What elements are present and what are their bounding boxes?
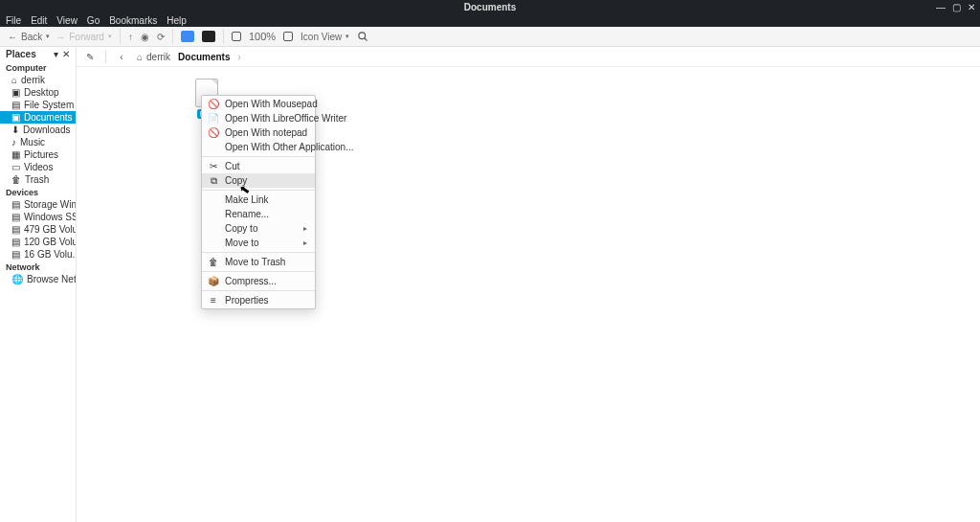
menu-rename[interactable]: Rename... xyxy=(202,207,315,221)
sidebar-item-desktop[interactable]: ▣Desktop xyxy=(0,86,76,99)
menu-cut[interactable]: ✂ Cut xyxy=(202,159,315,173)
sidebar-item-device[interactable]: ▤479 GB Volume xyxy=(0,223,76,236)
submenu-arrow-icon: ▸ xyxy=(303,224,307,233)
breadcrumb-home[interactable]: ⌂ derrik xyxy=(137,52,170,62)
home-button[interactable]: ◉ xyxy=(141,32,149,42)
parent-dir-button[interactable]: ↑ xyxy=(128,32,133,42)
menu-file[interactable]: File xyxy=(6,15,21,26)
download-icon: ⬇ xyxy=(11,125,19,135)
sidebar-title: Places xyxy=(6,49,36,59)
svg-point-0 xyxy=(359,33,366,39)
chevron-down-icon: ▾ xyxy=(345,33,349,40)
menu-go[interactable]: Go xyxy=(87,15,100,26)
menu-open-with-mousepad[interactable]: 🚫 Open With Mousepad xyxy=(202,97,315,111)
menu-open-with-notepad[interactable]: 🚫 Open With notepad xyxy=(202,125,315,140)
back-button[interactable]: ← Back ▾ xyxy=(8,32,50,42)
forward-label: Forward xyxy=(69,32,104,42)
sidebar-item-pictures[interactable]: ▦Pictures xyxy=(0,148,76,161)
menubar: File Edit View Go Bookmarks Help xyxy=(0,13,980,27)
sidebar-close-button[interactable]: ✕ xyxy=(62,49,70,59)
breadcrumb-current[interactable]: Documents xyxy=(178,52,230,62)
view-color1-button[interactable] xyxy=(181,31,194,42)
menu-compress[interactable]: 📦 Compress... xyxy=(202,274,315,288)
menu-properties[interactable]: ≡ Properties xyxy=(202,293,315,307)
video-icon: ▭ xyxy=(11,162,20,172)
pathbar-edit-button[interactable]: ✎ xyxy=(82,49,98,64)
sidebar-item-device[interactable]: ▤120 GB Volume xyxy=(0,236,76,248)
blocked-icon: 🚫 xyxy=(208,99,219,109)
desktop-icon: ▣ xyxy=(11,87,20,98)
arrow-up-icon: ↑ xyxy=(128,32,133,42)
sidebar-item-music[interactable]: ♪Music xyxy=(0,136,76,148)
view-mode-label: Icon View xyxy=(301,32,342,42)
pathbar-separator xyxy=(105,50,106,63)
window-maximize-button[interactable]: ▢ xyxy=(951,2,961,11)
document-icon: 📄 xyxy=(208,113,219,124)
search-button[interactable] xyxy=(357,31,368,42)
home-icon: ⌂ xyxy=(11,75,17,85)
zoom-level: 100% xyxy=(249,31,276,42)
toolbar-separator xyxy=(120,29,121,44)
copy-icon: ⧉ xyxy=(208,175,219,187)
sidebar-item-device[interactable]: ▤16 GB Volu...⏏ xyxy=(0,248,76,261)
forward-caret-icon[interactable]: ▾ xyxy=(108,33,112,40)
menu-move-to[interactable]: Move to▸ xyxy=(202,236,315,250)
sidebar-item-documents[interactable]: ▣Documents xyxy=(0,111,76,124)
sidebar-item-device[interactable]: ▤Storage Windows xyxy=(0,198,76,211)
cut-icon: ✂ xyxy=(208,161,219,171)
reload-button[interactable]: ⟳ xyxy=(157,32,165,42)
globe-icon: ◉ xyxy=(141,32,149,42)
menu-move-to-trash[interactable]: 🗑 Move to Trash xyxy=(202,255,315,269)
menu-edit[interactable]: Edit xyxy=(31,15,47,26)
trash-icon: 🗑 xyxy=(208,257,219,267)
drive-icon: ▤ xyxy=(11,199,20,210)
menu-bookmarks[interactable]: Bookmarks xyxy=(109,15,157,26)
picture-icon: ▦ xyxy=(11,149,20,160)
view-color2-button[interactable] xyxy=(202,31,215,42)
window-titlebar: Documents — ▢ ✕ xyxy=(0,0,980,13)
menu-help[interactable]: Help xyxy=(167,15,187,26)
menu-open-with-other[interactable]: Open With Other Application... xyxy=(202,140,315,154)
music-icon: ♪ xyxy=(11,137,16,148)
arrow-left-icon: ← xyxy=(8,32,17,42)
toolbar-separator xyxy=(223,29,224,44)
file-view[interactable]: test 🚫 Open With Mousepad 📄 Open With Li… xyxy=(77,67,980,522)
sidebar-menu-caret[interactable]: ▾ xyxy=(54,49,58,59)
drive-icon: ▤ xyxy=(11,212,20,222)
sidebar-item-videos[interactable]: ▭Videos xyxy=(0,161,76,173)
sidebar-item-filesystem[interactable]: ▤File System xyxy=(0,99,76,111)
sidebar-item-home[interactable]: ⌂derrik xyxy=(0,74,76,86)
menu-view[interactable]: View xyxy=(56,15,78,26)
menu-copy-to[interactable]: Copy to▸ xyxy=(202,221,315,236)
forward-button[interactable]: → Forward ▾ xyxy=(56,32,112,42)
home-icon: ⌂ xyxy=(137,52,143,62)
menu-open-with-libreoffice[interactable]: 📄 Open With LibreOffice Writer xyxy=(202,111,315,125)
path-bar: ✎ ‹ ⌂ derrik Documents › xyxy=(77,47,980,67)
view-mode-dropdown[interactable]: Icon View ▾ xyxy=(301,32,349,42)
sidebar-item-browse-network[interactable]: 🌐Browse Network xyxy=(0,273,76,285)
context-menu: 🚫 Open With Mousepad 📄 Open With LibreOf… xyxy=(201,95,316,309)
drive-icon: ▤ xyxy=(11,100,20,110)
svg-line-1 xyxy=(365,38,368,41)
properties-icon: ≡ xyxy=(208,295,219,306)
menu-make-link[interactable]: Make Link xyxy=(202,193,315,207)
menu-copy[interactable]: ⧉ Copy xyxy=(202,173,315,188)
window-close-button[interactable]: ✕ xyxy=(967,2,976,11)
sidebar-item-trash[interactable]: 🗑Trash xyxy=(0,173,76,186)
menu-separator xyxy=(202,156,315,157)
window-minimize-button[interactable]: — xyxy=(936,2,946,11)
chevron-right-icon: › xyxy=(238,52,241,62)
sidebar-section-devices: Devices xyxy=(0,186,76,198)
sidebar-item-downloads[interactable]: ⬇Downloads xyxy=(0,124,76,136)
sidebar-item-device[interactable]: ▤Windows SSD sto... xyxy=(0,211,76,223)
back-label: Back xyxy=(21,32,42,42)
menu-separator xyxy=(202,271,315,272)
back-caret-icon[interactable]: ▾ xyxy=(46,33,50,40)
trash-icon: 🗑 xyxy=(11,174,21,185)
toolbar: ← Back ▾ → Forward ▾ ↑ ◉ ⟳ 100% Icon xyxy=(0,27,980,47)
toolbar-separator xyxy=(172,29,173,44)
zoom-out-button[interactable] xyxy=(232,32,241,41)
reload-icon: ⟳ xyxy=(157,32,165,42)
pathbar-prev-button[interactable]: ‹ xyxy=(114,49,129,64)
zoom-in-button[interactable] xyxy=(283,32,293,41)
